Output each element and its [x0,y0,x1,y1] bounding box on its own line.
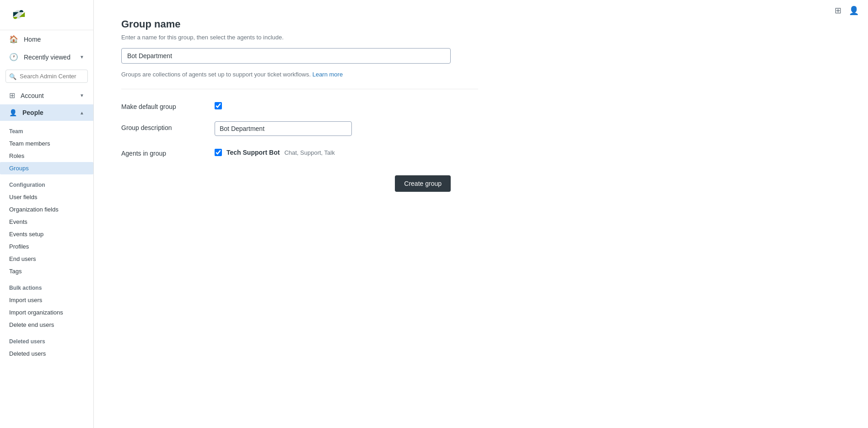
sidebar-item-import-users[interactable]: Import users [0,294,93,306]
search-input[interactable] [5,70,88,83]
sidebar-item-events-setup[interactable]: Events setup [0,228,93,240]
user-avatar-icon[interactable]: 👤 [849,5,859,16]
sidebar-item-user-fields[interactable]: User fields [0,191,93,203]
agents-list: Tech Support Bot Chat, Support, Talk [215,147,478,156]
sidebar-item-events[interactable]: Events [0,216,93,228]
group-description-row: Group description [121,121,478,136]
sidebar-item-roles[interactable]: Roles [0,150,93,162]
deleted-users-section-header: Deleted users [0,331,93,347]
info-text: Groups are collections of agents set up … [121,71,478,78]
main-content: ⊞ 👤 Group name Enter a name for this gro… [94,0,868,428]
sidebar-people-label: People [22,109,43,116]
search-icon: 🔍 [9,73,16,80]
group-description-wrapper [215,121,478,136]
sidebar-item-end-users[interactable]: End users [0,253,93,265]
zendesk-logo-icon [9,7,27,21]
clock-icon: 🕐 [9,53,18,61]
app-logo [0,0,93,30]
chevron-down-icon: ▼ [80,54,84,60]
divider [121,89,478,89]
chevron-up-icon: ▲ [80,110,84,115]
make-default-checkbox[interactable] [215,102,222,109]
sidebar-item-deleted-users[interactable]: Deleted users [0,347,93,360]
grid-icon[interactable]: ⊞ [835,5,841,16]
group-description-input[interactable] [215,121,352,136]
sidebar-account-label: Account [21,92,44,99]
sidebar-item-tags[interactable]: Tags [0,265,93,277]
make-default-row: Make default group [121,100,478,110]
actions-row: Create group [121,175,451,192]
sidebar: 🏠 Home 🕐 Recently viewed ▼ 🔍 ⊞ Account ▼… [0,0,94,428]
search-container: 🔍 [0,66,93,87]
team-section-header: Team [0,121,93,137]
sidebar-recently-label: Recently viewed [24,54,70,61]
people-icon: 👤 [9,109,17,116]
make-default-checkbox-wrapper [215,100,478,109]
agents-in-group-row: Agents in group Tech Support Bot Chat, S… [121,147,478,157]
group-description-label: Group description [121,121,204,131]
home-icon: 🏠 [9,35,18,43]
bulk-actions-section-header: Bulk actions [0,277,93,294]
make-default-label: Make default group [121,100,204,110]
sidebar-item-home[interactable]: 🏠 Home [0,30,93,48]
sidebar-item-profiles[interactable]: Profiles [0,240,93,253]
chevron-down-icon: ▼ [80,93,84,98]
agent-item: Tech Support Bot Chat, Support, Talk [215,147,478,156]
agent-name: Tech Support Bot [226,149,280,156]
sidebar-home-label: Home [24,36,41,43]
sidebar-item-org-fields[interactable]: Organization fields [0,203,93,216]
configuration-section-header: Configuration [0,174,93,191]
group-name-input[interactable] [121,48,451,64]
agents-in-group-label: Agents in group [121,147,204,157]
sidebar-item-groups[interactable]: Groups [0,162,93,174]
sidebar-item-account[interactable]: ⊞ Account ▼ [0,87,93,104]
account-icon: ⊞ [9,91,15,100]
page-content: Group name Enter a name for this group, … [94,0,506,210]
create-group-button[interactable]: Create group [395,175,451,192]
sidebar-item-import-orgs[interactable]: Import organizations [0,306,93,319]
sidebar-item-people[interactable]: 👤 People ▲ [0,104,93,121]
learn-more-link[interactable]: Learn more [313,71,343,78]
topbar: ⊞ 👤 [825,0,868,21]
agent-tags: Chat, Support, Talk [284,149,334,156]
page-subtitle: Enter a name for this group, then select… [121,34,478,41]
sidebar-item-delete-end-users[interactable]: Delete end users [0,319,93,331]
sidebar-item-team-members[interactable]: Team members [0,137,93,150]
agent-checkbox[interactable] [215,149,222,156]
sidebar-item-recently-viewed[interactable]: 🕐 Recently viewed ▼ [0,48,93,66]
page-title: Group name [121,18,478,30]
